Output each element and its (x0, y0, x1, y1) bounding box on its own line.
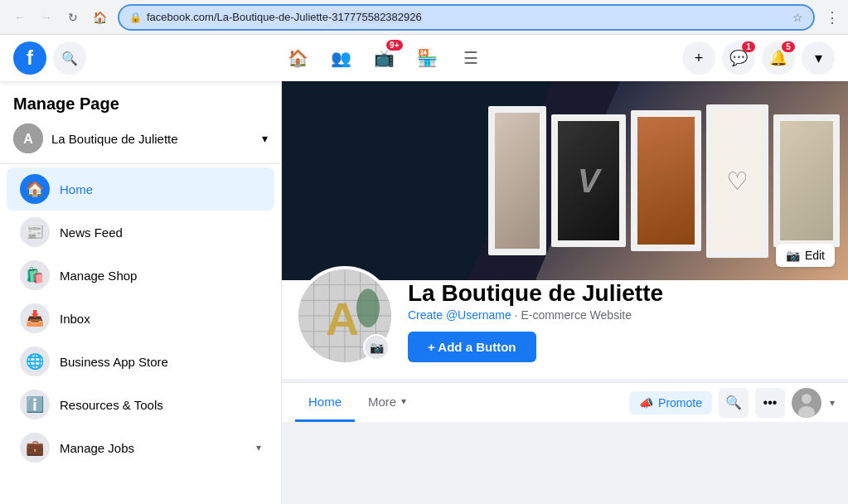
sidebar-item-label-manage-shop: Manage Shop (60, 269, 137, 283)
business-app-store-sidebar-icon: 🌐 (20, 346, 50, 376)
url-suffix-highlight: 317775582382926 (332, 11, 421, 23)
main-layout: Manage Page A La Boutique de Juliette ▾ … (0, 81, 848, 504)
cover-photo: V ♡ 📷 Edit (282, 81, 848, 280)
camera-icon: 📷 (786, 249, 800, 262)
page-selector-chevron: ▾ (262, 132, 268, 145)
plus-icon: + (695, 50, 704, 67)
sidebar-divider-1 (0, 163, 281, 164)
content-area: V ♡ 📷 Edit (282, 81, 848, 504)
page-selector[interactable]: A La Boutique de Juliette ▾ (0, 117, 281, 160)
resources-tools-sidebar-icon: ℹ️ (20, 390, 50, 419)
add-button-label: + Add a Button (428, 340, 516, 354)
watch-nav-icon: 📺 (374, 48, 395, 68)
sidebar-item-label-inbox: Inbox (60, 312, 90, 326)
ellipsis-icon: ••• (763, 395, 778, 410)
inbox-sidebar-icon: 📥 (20, 303, 50, 333)
sidebar-item-label-news-feed: News Feed (60, 225, 123, 240)
address-bar[interactable]: 🔒 facebook.com/La-Boutique-de-Juliette-3… (118, 4, 815, 31)
sidebar-item-news-feed[interactable]: 📰 News Feed (7, 211, 274, 254)
friends-nav-icon: 👥 (331, 48, 351, 68)
home-nav-button[interactable]: 🏠 (279, 38, 318, 78)
bookmark-button[interactable]: ☆ (792, 11, 803, 24)
marketplace-nav-icon: 🏪 (417, 48, 438, 68)
promote-button[interactable]: 📣 Promote (629, 391, 712, 414)
manage-shop-sidebar-icon: 🛍️ (20, 260, 50, 290)
sidebar-item-label-resources-tools: Resources & Tools (60, 398, 163, 412)
tab-more[interactable]: More ▾ (355, 383, 419, 422)
facebook-logo[interactable]: f (13, 41, 46, 75)
url-prefix: facebook.com/La-Boutique-de-Juliette- (147, 11, 332, 23)
profile-avatar-edit-button[interactable]: 📷 (363, 334, 390, 361)
chevron-down-icon: ▾ (815, 49, 822, 67)
profile-subtitle: Create @Username · E-commerce Website (408, 308, 835, 322)
svg-text:A: A (23, 132, 33, 146)
sidebar-item-resources-tools[interactable]: ℹ️ Resources & Tools (7, 383, 274, 426)
sidebar: Manage Page A La Boutique de Juliette ▾ … (0, 81, 282, 504)
home-nav-icon: 🏠 (288, 48, 308, 68)
browser-chrome: ← → ↻ 🏠 🔒 facebook.com/La-Boutique-de-Ju… (0, 0, 848, 35)
page-name-selector: La Boutique de Juliette (51, 132, 254, 146)
more-tab-chevron: ▾ (401, 395, 406, 407)
watch-badge: 9+ (386, 40, 402, 51)
notifications-button[interactable]: 🔔 5 (762, 41, 795, 75)
account-menu-button[interactable]: ▾ (802, 41, 835, 75)
profile-section: A 📷 La Boutique de Juliette Create @User… (282, 280, 848, 379)
tab-home[interactable]: Home (295, 383, 355, 422)
sidebar-item-inbox[interactable]: 📥 Inbox (7, 297, 274, 340)
cover-edit-button[interactable]: 📷 Edit (776, 244, 835, 267)
sidebar-item-label-manage-jobs: Manage Jobs (60, 441, 134, 455)
manage-jobs-chevron: ▾ (256, 442, 261, 453)
lock-icon: 🔒 (129, 12, 142, 23)
page-avatar-small: A (13, 124, 43, 153)
more-options-button[interactable]: ••• (755, 388, 785, 418)
megaphone-icon: 📣 (639, 396, 653, 410)
tab-actions: 📣 Promote 🔍 ••• ▾ (629, 388, 835, 418)
watch-nav-button[interactable]: 📺 9+ (365, 38, 405, 78)
nav-right-section: + 💬 1 🔔 5 ▾ (682, 41, 835, 75)
svg-text:A: A (326, 293, 359, 345)
create-button[interactable]: + (682, 41, 715, 75)
camera-small-icon: 📷 (370, 341, 384, 354)
reload-button[interactable]: ↻ (61, 6, 85, 29)
tab-user-avatar[interactable] (792, 388, 821, 418)
profile-avatar-wrap: A 📷 (295, 266, 395, 366)
search-tab-icon: 🔍 (725, 395, 742, 410)
sidebar-item-label-home: Home (60, 182, 93, 196)
page-type: E-commerce Website (521, 308, 632, 322)
svg-point-16 (356, 288, 380, 327)
back-button[interactable]: ← (8, 6, 31, 29)
friends-nav-button[interactable]: 👥 (322, 38, 361, 78)
sidebar-item-manage-jobs[interactable]: 💼 Manage Jobs ▾ (7, 426, 274, 469)
page-tabs: Home More ▾ 📣 Promote 🔍 ••• (282, 382, 848, 422)
tab-more-label: More (368, 395, 396, 409)
svg-point-18 (802, 394, 812, 404)
add-a-button-btn[interactable]: + Add a Button (408, 332, 536, 362)
forward-button[interactable]: → (35, 6, 58, 29)
tab-home-label: Home (308, 395, 342, 409)
messenger-button[interactable]: 💬 1 (722, 41, 755, 75)
menu-nav-button[interactable]: ☰ (451, 38, 491, 78)
search-tab-button[interactable]: 🔍 (719, 388, 749, 418)
search-button[interactable]: 🔍 (53, 41, 86, 75)
address-text: facebook.com/La-Boutique-de-Juliette-317… (147, 11, 787, 23)
tab-avatar-chevron: ▾ (830, 397, 835, 409)
home-button[interactable]: 🏠 (88, 6, 111, 29)
cover-edit-label: Edit (805, 249, 825, 262)
promote-label: Promote (658, 396, 702, 410)
profile-info: La Boutique de Juliette Create @Username… (408, 280, 835, 366)
nav-icon-group: 🏠 👥 📺 9+ 🏪 ☰ (86, 38, 682, 78)
sidebar-item-business-app-store[interactable]: 🌐 Business App Store (7, 340, 274, 383)
sidebar-item-label-business-app-store: Business App Store (60, 355, 168, 369)
menu-nav-icon: ☰ (463, 48, 478, 68)
page-display-name: La Boutique de Juliette (408, 280, 835, 307)
sidebar-title: Manage Page (0, 88, 281, 117)
sidebar-item-home[interactable]: 🏠 Home (7, 167, 274, 211)
browser-menu-button[interactable]: ⋮ (825, 8, 840, 27)
messenger-badge: 1 (742, 41, 755, 52)
bell-badge: 5 (782, 41, 795, 52)
facebook-navbar: f 🔍 🏠 👥 📺 9+ 🏪 ☰ + 💬 1 🔔 5 (0, 35, 848, 81)
create-username-link[interactable]: Create @Username (408, 308, 511, 322)
marketplace-nav-button[interactable]: 🏪 (408, 38, 448, 78)
sidebar-item-manage-shop[interactable]: 🛍️ Manage Shop (7, 254, 274, 297)
browser-nav-buttons: ← → ↻ 🏠 (8, 6, 111, 29)
